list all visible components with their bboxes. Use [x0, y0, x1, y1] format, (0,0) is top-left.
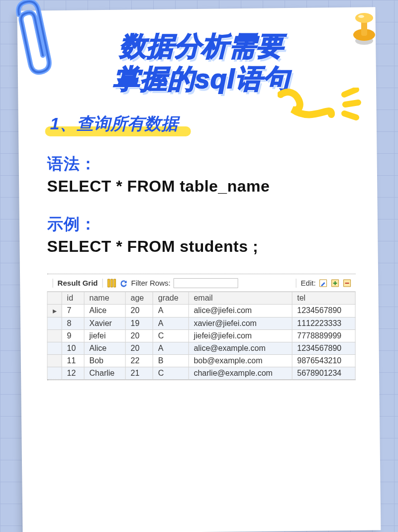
row-cursor	[47, 317, 62, 329]
cell-grade[interactable]: A	[153, 317, 189, 329]
result-grid-label: Result Grid	[58, 279, 98, 287]
cell-age[interactable]: 21	[125, 367, 153, 379]
svg-rect-8	[320, 280, 327, 287]
table-row[interactable]: 8Xavier19Axavier@jiefei.com1112223333	[47, 317, 355, 329]
example-label: 示例：	[47, 213, 356, 235]
col-id[interactable]: id	[62, 292, 84, 304]
cell-id[interactable]: 8	[62, 317, 84, 329]
cell-tel[interactable]: 7778889999	[292, 329, 355, 342]
table-row[interactable]: 11Bob22Bbob@example.com9876543210	[47, 354, 355, 367]
table-row[interactable]: 9jiefei20Cjiefei@jiefei.com7778889999	[47, 329, 355, 342]
col-grade[interactable]: grade	[153, 292, 189, 304]
section-heading: 1、查询所有数据	[47, 112, 189, 135]
grid-columns-icon[interactable]	[107, 279, 116, 288]
cell-email[interactable]: alice@example.com	[189, 342, 292, 354]
col-tel[interactable]: tel	[292, 292, 355, 304]
result-toolbar: Result Grid Filter Rows: Edit:	[47, 276, 356, 292]
cell-tel[interactable]: 5678901234	[292, 367, 355, 379]
delete-row-icon[interactable]	[343, 279, 352, 288]
row-cursor	[47, 367, 62, 379]
svg-rect-5	[107, 279, 109, 287]
cell-email[interactable]: alice@jiefei.com	[189, 304, 292, 317]
page-title: 数据分析需要 掌握的sql语句	[47, 30, 356, 96]
result-grid-panel: Result Grid Filter Rows: Edit: idnameage…	[47, 274, 356, 380]
example-code: SELECT * FROM students ;	[47, 237, 356, 256]
row-cursor	[47, 329, 62, 342]
filter-input[interactable]	[174, 278, 238, 288]
svg-rect-7	[113, 279, 115, 287]
syntax-label: 语法：	[47, 153, 356, 175]
table-row[interactable]: ▸7Alice20Aalice@jiefei.com1234567890	[47, 304, 355, 317]
cell-age[interactable]: 20	[125, 304, 153, 317]
table-header-row: idnameagegradeemailtel	[47, 292, 355, 304]
table-row[interactable]: 12Charlie21Ccharlie@example.com567890123…	[47, 367, 355, 379]
cell-name[interactable]: Alice	[84, 304, 125, 317]
cell-grade[interactable]: A	[153, 304, 189, 317]
edit-label: Edit:	[301, 279, 316, 287]
cell-tel[interactable]: 1112223333	[292, 317, 355, 329]
cell-age[interactable]: 22	[125, 354, 153, 367]
cell-id[interactable]: 7	[62, 304, 84, 317]
add-row-icon[interactable]	[331, 279, 340, 288]
cell-grade[interactable]: C	[153, 329, 189, 342]
cell-name[interactable]: Xavier	[84, 317, 125, 329]
row-cursor	[47, 342, 62, 354]
paper-card: 数据分析需要 掌握的sql语句 1、查询所有数据 语法： SELECT * FR…	[17, 7, 381, 532]
filter-label: Filter Rows:	[131, 279, 170, 287]
cell-age[interactable]: 20	[125, 329, 153, 342]
cell-id[interactable]: 9	[62, 329, 84, 342]
title-line1: 数据分析需要	[47, 30, 356, 63]
squiggle-decoration	[278, 88, 362, 122]
cell-name[interactable]: Alice	[84, 342, 125, 354]
cell-grade[interactable]: C	[153, 367, 189, 379]
svg-point-4	[358, 15, 364, 18]
cell-age[interactable]: 19	[125, 317, 153, 329]
cell-name[interactable]: Bob	[84, 354, 125, 367]
cell-tel[interactable]: 9876543210	[292, 354, 355, 367]
cell-grade[interactable]: A	[153, 342, 189, 354]
pushpin-icon	[346, 10, 382, 52]
cell-name[interactable]: Charlie	[84, 367, 125, 379]
result-table: idnameagegradeemailtel ▸7Alice20Aalice@j…	[47, 292, 356, 380]
col-age[interactable]: age	[125, 292, 153, 304]
svg-point-3	[355, 13, 373, 23]
cell-id[interactable]: 10	[62, 342, 84, 354]
cell-email[interactable]: charlie@example.com	[189, 367, 292, 379]
col-email[interactable]: email	[189, 292, 292, 304]
cell-email[interactable]: bob@example.com	[189, 354, 292, 367]
svg-rect-6	[110, 279, 112, 287]
cell-id[interactable]: 12	[62, 367, 84, 379]
cell-tel[interactable]: 1234567890	[292, 304, 355, 317]
row-cursor: ▸	[47, 304, 62, 317]
col-name[interactable]: name	[84, 292, 125, 304]
cell-grade[interactable]: B	[153, 354, 189, 367]
cell-email[interactable]: xavier@jiefei.com	[189, 317, 292, 329]
syntax-code: SELECT * FROM table_name	[47, 177, 356, 196]
cell-id[interactable]: 11	[62, 354, 84, 367]
cell-name[interactable]: jiefei	[84, 329, 125, 342]
cell-tel[interactable]: 1234567890	[292, 342, 355, 354]
table-row[interactable]: 10Alice20Aalice@example.com1234567890	[47, 342, 355, 354]
edit-row-icon[interactable]	[319, 279, 328, 288]
refresh-icon[interactable]	[119, 279, 128, 288]
row-cursor	[47, 354, 62, 367]
cell-age[interactable]: 20	[125, 342, 153, 354]
cell-email[interactable]: jiefei@jiefei.com	[189, 329, 292, 342]
